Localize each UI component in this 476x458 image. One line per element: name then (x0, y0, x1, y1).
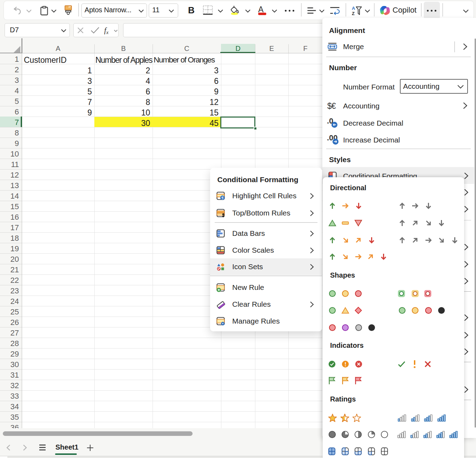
svg-text:A: A (352, 6, 355, 11)
svg-text:Z: Z (352, 11, 355, 16)
